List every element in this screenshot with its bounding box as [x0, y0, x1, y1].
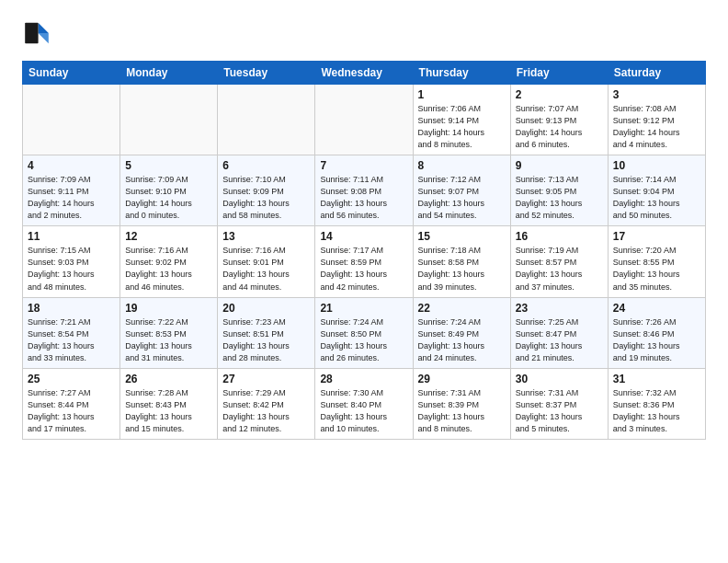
day-number: 13	[222, 230, 310, 243]
logo-icon	[22, 18, 51, 48]
calendar-cell: 1Sunrise: 7:06 AMSunset: 9:14 PMDaylight…	[413, 85, 510, 155]
calendar-cell: 18Sunrise: 7:21 AMSunset: 8:54 PMDayligh…	[23, 297, 120, 368]
weekday-header: Monday	[120, 62, 218, 85]
day-number: 8	[418, 159, 506, 172]
day-info: Sunrise: 7:18 AMSunset: 8:58 PMDaylight:…	[418, 245, 506, 293]
page: SundayMondayTuesdayWednesdayThursdayFrid…	[0, 0, 728, 458]
day-number: 25	[28, 373, 115, 385]
weekday-header: Thursday	[413, 62, 510, 85]
calendar-cell: 9Sunrise: 7:13 AMSunset: 9:05 PMDaylight…	[510, 155, 608, 226]
calendar-cell	[23, 85, 120, 155]
day-number: 24	[613, 302, 700, 315]
svg-rect-2	[25, 23, 38, 43]
day-info: Sunrise: 7:19 AMSunset: 8:57 PMDaylight:…	[516, 245, 603, 293]
calendar-cell	[315, 85, 413, 155]
day-number: 31	[613, 373, 700, 385]
calendar-cell: 13Sunrise: 7:16 AMSunset: 9:01 PMDayligh…	[218, 226, 315, 297]
calendar-cell: 14Sunrise: 7:17 AMSunset: 8:59 PMDayligh…	[315, 226, 413, 297]
day-number: 29	[418, 373, 506, 385]
day-number: 20	[222, 302, 310, 315]
weekday-header: Tuesday	[218, 62, 315, 85]
day-info: Sunrise: 7:30 AMSunset: 8:40 PMDaylight:…	[320, 387, 407, 435]
logo	[22, 18, 55, 48]
day-info: Sunrise: 7:08 AMSunset: 9:12 PMDaylight:…	[613, 103, 700, 151]
day-info: Sunrise: 7:15 AMSunset: 9:03 PMDaylight:…	[28, 245, 115, 293]
calendar-cell: 22Sunrise: 7:24 AMSunset: 8:49 PMDayligh…	[413, 297, 510, 368]
day-info: Sunrise: 7:13 AMSunset: 9:05 PMDaylight:…	[516, 174, 603, 222]
day-number: 5	[125, 159, 212, 172]
day-info: Sunrise: 7:26 AMSunset: 8:46 PMDaylight:…	[613, 316, 700, 364]
day-info: Sunrise: 7:24 AMSunset: 8:49 PMDaylight:…	[418, 316, 506, 364]
day-info: Sunrise: 7:21 AMSunset: 8:54 PMDaylight:…	[28, 316, 115, 364]
calendar-cell: 12Sunrise: 7:16 AMSunset: 9:02 PMDayligh…	[120, 226, 218, 297]
calendar-week-row: 4Sunrise: 7:09 AMSunset: 9:11 PMDaylight…	[23, 155, 706, 226]
day-info: Sunrise: 7:16 AMSunset: 9:02 PMDaylight:…	[125, 245, 212, 293]
day-number: 16	[516, 230, 603, 243]
day-info: Sunrise: 7:31 AMSunset: 8:37 PMDaylight:…	[516, 387, 603, 435]
calendar-week-row: 1Sunrise: 7:06 AMSunset: 9:14 PMDaylight…	[23, 85, 706, 155]
day-number: 4	[28, 159, 115, 172]
calendar-cell: 31Sunrise: 7:32 AMSunset: 8:36 PMDayligh…	[608, 368, 705, 439]
calendar-cell: 7Sunrise: 7:11 AMSunset: 9:08 PMDaylight…	[315, 155, 413, 226]
day-number: 10	[613, 159, 700, 172]
calendar-cell: 25Sunrise: 7:27 AMSunset: 8:44 PMDayligh…	[23, 368, 120, 439]
header	[22, 18, 706, 48]
day-info: Sunrise: 7:23 AMSunset: 8:51 PMDaylight:…	[222, 316, 310, 364]
day-info: Sunrise: 7:28 AMSunset: 8:43 PMDaylight:…	[125, 387, 212, 435]
day-info: Sunrise: 7:29 AMSunset: 8:42 PMDaylight:…	[222, 387, 310, 435]
day-number: 3	[613, 88, 700, 101]
weekday-header: Sunday	[23, 62, 120, 85]
calendar-week-row: 18Sunrise: 7:21 AMSunset: 8:54 PMDayligh…	[23, 297, 706, 368]
day-number: 26	[125, 373, 212, 385]
day-number: 18	[28, 302, 115, 315]
calendar-cell: 2Sunrise: 7:07 AMSunset: 9:13 PMDaylight…	[510, 85, 608, 155]
calendar-cell: 29Sunrise: 7:31 AMSunset: 8:39 PMDayligh…	[413, 368, 510, 439]
weekday-header: Saturday	[608, 62, 705, 85]
day-number: 28	[320, 373, 407, 385]
calendar-cell: 27Sunrise: 7:29 AMSunset: 8:42 PMDayligh…	[218, 368, 315, 439]
calendar-cell: 11Sunrise: 7:15 AMSunset: 9:03 PMDayligh…	[23, 226, 120, 297]
day-info: Sunrise: 7:07 AMSunset: 9:13 PMDaylight:…	[516, 103, 603, 151]
day-number: 17	[613, 230, 700, 243]
day-info: Sunrise: 7:06 AMSunset: 9:14 PMDaylight:…	[418, 103, 506, 151]
calendar-week-row: 25Sunrise: 7:27 AMSunset: 8:44 PMDayligh…	[23, 368, 706, 439]
calendar-cell	[218, 85, 315, 155]
weekday-header: Wednesday	[315, 62, 413, 85]
calendar-cell: 8Sunrise: 7:12 AMSunset: 9:07 PMDaylight…	[413, 155, 510, 226]
day-info: Sunrise: 7:17 AMSunset: 8:59 PMDaylight:…	[320, 245, 407, 293]
day-number: 14	[320, 230, 407, 243]
day-info: Sunrise: 7:14 AMSunset: 9:04 PMDaylight:…	[613, 174, 700, 222]
svg-marker-1	[39, 33, 49, 43]
calendar-cell: 30Sunrise: 7:31 AMSunset: 8:37 PMDayligh…	[510, 368, 608, 439]
day-number: 27	[222, 373, 310, 385]
calendar-table: SundayMondayTuesdayWednesdayThursdayFrid…	[22, 61, 706, 440]
day-number: 12	[125, 230, 212, 243]
day-number: 1	[418, 88, 506, 101]
day-number: 21	[320, 302, 407, 315]
day-info: Sunrise: 7:27 AMSunset: 8:44 PMDaylight:…	[28, 387, 115, 435]
day-info: Sunrise: 7:32 AMSunset: 8:36 PMDaylight:…	[613, 387, 700, 435]
calendar-cell: 23Sunrise: 7:25 AMSunset: 8:47 PMDayligh…	[510, 297, 608, 368]
calendar-cell: 3Sunrise: 7:08 AMSunset: 9:12 PMDaylight…	[608, 85, 705, 155]
calendar-cell: 24Sunrise: 7:26 AMSunset: 8:46 PMDayligh…	[608, 297, 705, 368]
day-number: 11	[28, 230, 115, 243]
day-number: 6	[222, 159, 310, 172]
day-info: Sunrise: 7:20 AMSunset: 8:55 PMDaylight:…	[613, 245, 700, 293]
day-number: 30	[516, 373, 603, 385]
calendar-cell: 17Sunrise: 7:20 AMSunset: 8:55 PMDayligh…	[608, 226, 705, 297]
day-info: Sunrise: 7:22 AMSunset: 8:53 PMDaylight:…	[125, 316, 212, 364]
day-info: Sunrise: 7:10 AMSunset: 9:09 PMDaylight:…	[222, 174, 310, 222]
day-number: 2	[516, 88, 603, 101]
day-info: Sunrise: 7:11 AMSunset: 9:08 PMDaylight:…	[320, 174, 407, 222]
svg-marker-0	[39, 23, 49, 33]
calendar-cell: 5Sunrise: 7:09 AMSunset: 9:10 PMDaylight…	[120, 155, 218, 226]
calendar-header-row: SundayMondayTuesdayWednesdayThursdayFrid…	[23, 62, 706, 85]
weekday-header: Friday	[510, 62, 608, 85]
calendar-week-row: 11Sunrise: 7:15 AMSunset: 9:03 PMDayligh…	[23, 226, 706, 297]
day-number: 9	[516, 159, 603, 172]
calendar-cell: 21Sunrise: 7:24 AMSunset: 8:50 PMDayligh…	[315, 297, 413, 368]
day-number: 7	[320, 159, 407, 172]
calendar-cell: 16Sunrise: 7:19 AMSunset: 8:57 PMDayligh…	[510, 226, 608, 297]
calendar-cell: 19Sunrise: 7:22 AMSunset: 8:53 PMDayligh…	[120, 297, 218, 368]
day-number: 19	[125, 302, 212, 315]
